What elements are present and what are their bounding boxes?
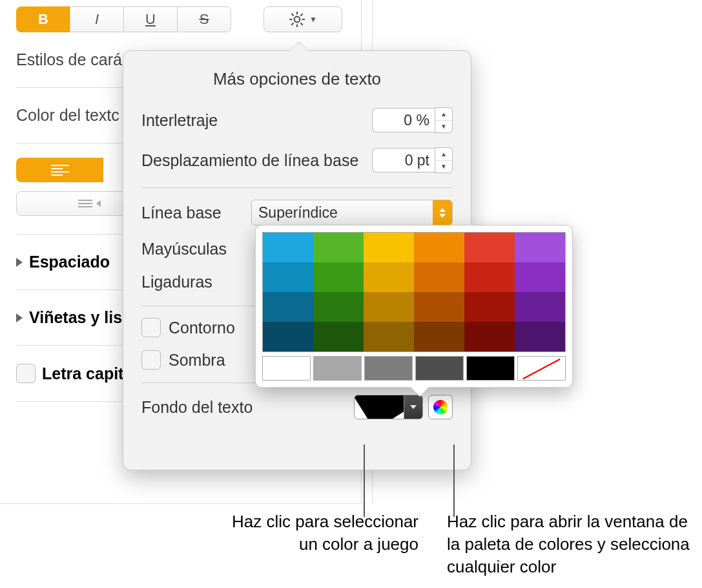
color-swatch[interactable]: [313, 322, 364, 352]
underline-button[interactable]: U: [123, 6, 177, 32]
color-swatch[interactable]: [313, 262, 364, 292]
color-swatch[interactable]: [364, 262, 414, 292]
color-swatch[interactable]: [364, 233, 414, 262]
baseline-shift-label: Desplazamiento de línea base: [141, 151, 358, 170]
color-swatch[interactable]: [313, 233, 364, 262]
disclosure-triangle-icon: [16, 258, 23, 267]
color-swatch[interactable]: [263, 322, 313, 352]
ligatures-label: Ligaduras: [141, 273, 212, 291]
tracking-input[interactable]: 0 %: [372, 108, 435, 132]
strikethrough-button[interactable]: S: [177, 6, 231, 32]
callout-color-wheel: Haz clic para abrir la ventana de la pal…: [447, 510, 702, 578]
baseline-shift-stepper[interactable]: ▲▼: [435, 147, 453, 173]
dropcap-checkbox[interactable]: [16, 364, 36, 383]
text-bg-color-dropdown[interactable]: [404, 395, 423, 419]
tracking-label: Interletraje: [141, 111, 218, 130]
text-bg-color-well[interactable]: [354, 395, 404, 419]
disclosure-triangle-icon: [16, 313, 23, 322]
color-swatch[interactable]: [464, 233, 515, 262]
chevron-down-icon: ▼: [309, 15, 317, 24]
more-text-options-button[interactable]: ▼: [263, 6, 342, 32]
stepper-down-icon: ▼: [435, 161, 452, 173]
color-swatch[interactable]: [364, 292, 414, 322]
text-bg-color-wheel-button[interactable]: [428, 395, 453, 419]
svg-line-6: [300, 23, 302, 25]
color-swatch[interactable]: [515, 233, 565, 262]
color-swatch[interactable]: [515, 322, 565, 352]
color-swatch[interactable]: [313, 356, 362, 381]
color-wheel-icon: [433, 400, 448, 414]
color-swatch[interactable]: [313, 292, 364, 322]
baseline-label: Línea base: [141, 204, 222, 222]
select-arrows-icon: [433, 200, 452, 225]
stepper-up-icon: ▲: [435, 148, 452, 161]
stepper-up-icon: ▲: [435, 108, 452, 121]
baseline-select[interactable]: Superíndice: [251, 200, 453, 226]
bold-button[interactable]: B: [16, 6, 70, 32]
callout-leader-line: [453, 445, 455, 517]
no-color-swatch[interactable]: [517, 356, 566, 381]
color-swatch[interactable]: [464, 292, 515, 322]
svg-point-0: [294, 17, 300, 23]
italic-button[interactable]: I: [70, 6, 123, 32]
indent-icon: [78, 200, 101, 207]
color-swatch[interactable]: [515, 292, 565, 322]
color-swatch[interactable]: [263, 292, 313, 322]
color-swatch[interactable]: [466, 356, 515, 381]
color-swatch[interactable]: [263, 262, 313, 292]
tracking-stepper[interactable]: ▲▼: [435, 107, 453, 133]
spacing-label: Espaciado: [29, 253, 110, 271]
align-left-button[interactable]: [16, 158, 103, 182]
caps-label: Mayúsculas: [141, 240, 227, 258]
gear-icon: [289, 11, 305, 28]
outline-label: Contorno: [169, 319, 235, 337]
text-background-label: Fondo del texto: [141, 398, 253, 417]
baseline-select-value: Superíndice: [258, 204, 338, 222]
color-swatch[interactable]: [414, 292, 464, 322]
bullets-label: Viñetas y lis: [29, 308, 122, 327]
color-swatch[interactable]: [414, 233, 464, 262]
dropcap-label: Letra capit: [42, 364, 123, 383]
color-swatch[interactable]: [364, 322, 414, 352]
color-swatch[interactable]: [464, 322, 515, 352]
color-swatch[interactable]: [364, 356, 413, 381]
svg-line-7: [291, 23, 293, 25]
callout-leader-line: [364, 445, 365, 517]
color-swatch[interactable]: [464, 262, 515, 292]
color-swatch-grid: [262, 232, 566, 352]
color-swatch-popover: [255, 225, 573, 388]
svg-line-5: [291, 14, 293, 16]
svg-line-8: [300, 14, 302, 16]
color-swatch[interactable]: [515, 262, 565, 292]
color-swatch[interactable]: [262, 356, 311, 381]
callout-color-well: Haz clic para seleccionar un color a jue…: [225, 510, 418, 556]
shadow-checkbox[interactable]: [141, 350, 161, 370]
shadow-label: Sombra: [169, 351, 225, 370]
color-swatch[interactable]: [414, 322, 464, 352]
popover-title: Más opciones de texto: [141, 69, 453, 89]
color-swatch[interactable]: [263, 233, 313, 262]
grayscale-row: [262, 356, 566, 381]
align-left-icon: [51, 163, 69, 178]
color-swatch[interactable]: [415, 356, 464, 381]
stepper-down-icon: ▼: [435, 121, 452, 133]
color-swatch[interactable]: [414, 262, 464, 292]
baseline-shift-input[interactable]: 0 pt: [372, 148, 435, 173]
outline-checkbox[interactable]: [141, 318, 161, 337]
